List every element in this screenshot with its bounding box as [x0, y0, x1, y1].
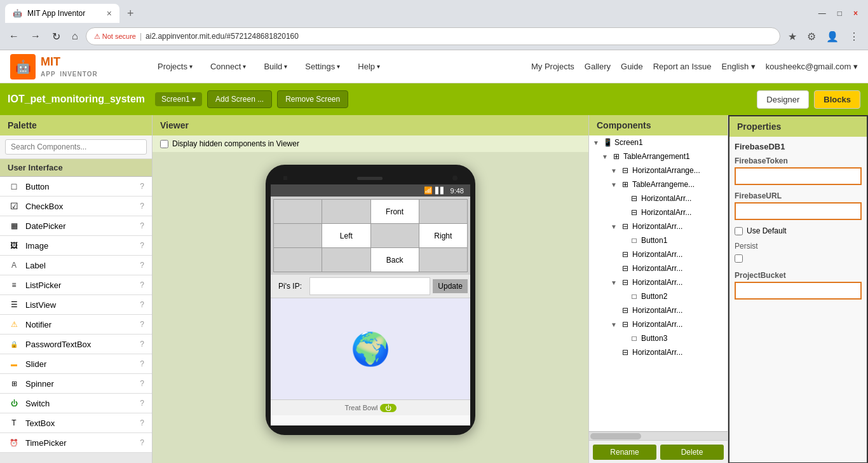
new-tab-btn[interactable]: + — [122, 4, 139, 23]
right-btn[interactable]: Right — [419, 224, 467, 248]
timepicker-help-icon[interactable]: ? — [140, 438, 144, 447]
textbox-help-icon[interactable]: ? — [140, 418, 144, 427]
back-btn[interactable]: Back — [370, 248, 419, 272]
tree-item-tablearr2[interactable]: ▼ ⊞ TableArrangeme... — [589, 177, 728, 191]
nav-help[interactable]: Help ▾ — [350, 58, 388, 75]
switch-help-icon[interactable]: ? — [140, 399, 144, 408]
label-help-icon[interactable]: ? — [140, 261, 144, 270]
components-scrollbar[interactable] — [589, 431, 728, 440]
image-help-icon[interactable]: ? — [140, 241, 144, 250]
use-default-checkbox[interactable] — [735, 227, 743, 235]
nav-connect[interactable]: Connect ▾ — [203, 58, 254, 75]
tree-item-harr2[interactable]: ⊟ HorizontalArr... — [589, 191, 728, 205]
home-btn[interactable]: ⌂ — [68, 28, 82, 45]
datepicker-help-icon[interactable]: ? — [140, 221, 144, 230]
add-screen-btn[interactable]: Add Screen ... — [207, 90, 272, 108]
toggle-harr7[interactable]: ▼ — [609, 279, 618, 286]
palette-item-button[interactable]: □ Button ? — [0, 177, 152, 197]
remove-screen-btn[interactable]: Remove Screen — [277, 90, 348, 108]
listpicker-help-icon[interactable]: ? — [140, 280, 144, 289]
slider-help-icon[interactable]: ? — [140, 359, 144, 368]
toggle-harr4[interactable]: ▼ — [609, 223, 618, 230]
palette-search-input[interactable] — [5, 139, 147, 155]
active-tab[interactable]: 🤖 MIT App Inventor × — [5, 4, 119, 23]
button-help-icon[interactable]: ? — [140, 182, 144, 191]
listview-help-icon[interactable]: ? — [140, 300, 144, 309]
nav-user-email[interactable]: kousheekc@gmail.com ▾ — [766, 62, 858, 71]
palette-item-slider[interactable]: ▬ Slider ? — [0, 354, 152, 374]
tab-close-btn[interactable]: × — [107, 8, 112, 18]
tree-item-harr7[interactable]: ▼ ⊟ HorizontalArr... — [589, 275, 728, 289]
screen1-btn[interactable]: Screen1 ▾ — [155, 92, 202, 106]
update-btn[interactable]: Update — [433, 279, 468, 293]
tree-item-harr10[interactable]: ⊟ HorizontalArr... — [589, 345, 728, 359]
palette-item-timepicker[interactable]: ⏰ TimePicker ? — [0, 433, 152, 453]
palette-item-switch[interactable]: ⏻ Switch ? — [0, 394, 152, 413]
rename-btn[interactable]: Rename — [593, 445, 656, 460]
toggle-indicator[interactable]: ⏻ — [380, 404, 397, 412]
maximize-btn[interactable]: □ — [832, 6, 847, 20]
tree-item-harr4[interactable]: ▼ ⊟ HorizontalArr... — [589, 219, 728, 233]
minimize-btn[interactable]: — — [813, 6, 831, 20]
palette-item-image[interactable]: 🖼 Image ? — [0, 236, 152, 256]
nav-report-issue[interactable]: Report an Issue — [653, 62, 712, 71]
toggle-harr9[interactable]: ▼ — [609, 321, 618, 328]
project-bucket-input[interactable] — [735, 282, 862, 300]
toggle-harr1[interactable]: ▼ — [609, 167, 618, 174]
tree-item-harr5[interactable]: ⊟ HorizontalArr... — [589, 247, 728, 261]
palette-item-listpicker[interactable]: ≡ ListPicker ? — [0, 275, 152, 295]
tree-item-harr6[interactable]: ⊟ HorizontalArr... — [589, 261, 728, 275]
address-input[interactable]: ⚠ Not secure | ai2.appinventor.mit.edu/#… — [86, 27, 780, 45]
delete-btn[interactable]: Delete — [660, 445, 724, 460]
palette-item-label[interactable]: A Label ? — [0, 256, 152, 275]
nav-language[interactable]: English ▾ — [722, 62, 756, 71]
profile-btn[interactable]: 👤 — [822, 28, 843, 45]
tree-item-button2[interactable]: □ Button2 — [589, 289, 728, 303]
hidden-components-checkbox[interactable] — [160, 140, 168, 148]
tree-item-button1[interactable]: □ Button1 — [589, 233, 728, 247]
nav-projects[interactable]: Projects ▾ — [150, 58, 200, 75]
scrollbar-thumb[interactable] — [590, 433, 641, 439]
persist-checkbox[interactable] — [735, 254, 743, 263]
palette-item-textbox[interactable]: T TextBox ? — [0, 413, 152, 433]
palette-item-datepicker[interactable]: ▦ DatePicker ? — [0, 216, 152, 236]
tree-item-button3[interactable]: □ Button3 — [589, 331, 728, 345]
ip-text-input[interactable] — [309, 277, 430, 295]
checkbox-help-icon[interactable]: ? — [140, 202, 144, 211]
palette-item-spinner[interactable]: ⊞ Spinner ? — [0, 374, 152, 394]
passwordtextbox-help-icon[interactable]: ? — [140, 340, 144, 349]
bookmark-btn[interactable]: ★ — [784, 28, 801, 45]
refresh-btn[interactable]: ↻ — [48, 28, 64, 45]
menu-btn[interactable]: ⋮ — [845, 28, 863, 45]
firebase-url-input[interactable] — [735, 202, 862, 220]
designer-btn[interactable]: Designer — [757, 90, 809, 109]
extensions-btn[interactable]: ⚙ — [803, 28, 820, 45]
close-window-btn[interactable]: × — [848, 6, 863, 20]
front-btn[interactable]: Front — [370, 200, 419, 224]
forward-btn[interactable]: → — [27, 28, 44, 45]
tree-item-harr8[interactable]: ⊟ HorizontalArr... — [589, 303, 728, 317]
palette-item-listview[interactable]: ☰ ListView ? — [0, 295, 152, 315]
back-btn[interactable]: ← — [5, 28, 23, 45]
nav-settings[interactable]: Settings ▾ — [297, 58, 348, 75]
spinner-help-icon[interactable]: ? — [140, 379, 144, 388]
blocks-btn[interactable]: Blocks — [814, 90, 860, 109]
toggle-tablearr1[interactable]: ▼ — [600, 153, 609, 160]
nav-my-projects[interactable]: My Projects — [531, 62, 574, 71]
palette-item-passwordtextbox[interactable]: 🔒 PasswordTextBox ? — [0, 335, 152, 354]
tree-item-harr9[interactable]: ▼ ⊟ HorizontalArr... — [589, 317, 728, 331]
tree-item-harr3[interactable]: ⊟ HorizontalArr... — [589, 205, 728, 219]
tree-item-tablearr1[interactable]: ▼ ⊞ TableArrangement1 — [589, 149, 728, 163]
palette-item-checkbox[interactable]: ☑ CheckBox ? — [0, 197, 152, 216]
left-btn[interactable]: Left — [322, 224, 370, 248]
firebase-token-input[interactable] — [735, 167, 862, 185]
toggle-tablearr2[interactable]: ▼ — [609, 181, 618, 188]
nav-guide[interactable]: Guide — [621, 62, 643, 71]
palette-item-notifier[interactable]: ⚠ Notifier ? — [0, 315, 152, 335]
toggle-screen1[interactable]: ▼ — [592, 139, 600, 146]
nav-gallery[interactable]: Gallery — [585, 62, 611, 71]
tree-item-harr1[interactable]: ▼ ⊟ HorizontalArrange... — [589, 163, 728, 177]
tree-item-screen1[interactable]: ▼ 📱 Screen1 — [589, 135, 728, 149]
nav-build[interactable]: Build ▾ — [256, 58, 295, 75]
notifier-help-icon[interactable]: ? — [140, 320, 144, 329]
